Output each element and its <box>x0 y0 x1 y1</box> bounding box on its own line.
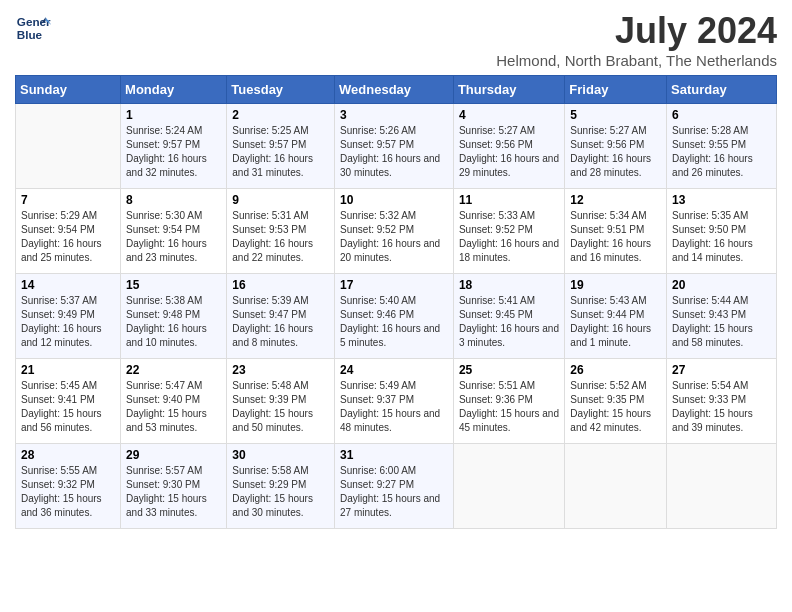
logo: General Blue <box>15 10 51 46</box>
day-number: 18 <box>459 278 559 292</box>
calendar-week-row: 7Sunrise: 5:29 AMSunset: 9:54 PMDaylight… <box>16 189 777 274</box>
calendar-cell: 31Sunrise: 6:00 AMSunset: 9:27 PMDayligh… <box>335 444 454 529</box>
day-number: 6 <box>672 108 771 122</box>
calendar-cell <box>16 104 121 189</box>
day-number: 8 <box>126 193 221 207</box>
day-info: Sunrise: 5:27 AMSunset: 9:56 PMDaylight:… <box>570 124 661 180</box>
day-info: Sunrise: 5:43 AMSunset: 9:44 PMDaylight:… <box>570 294 661 350</box>
calendar-cell: 5Sunrise: 5:27 AMSunset: 9:56 PMDaylight… <box>565 104 667 189</box>
day-info: Sunrise: 5:40 AMSunset: 9:46 PMDaylight:… <box>340 294 448 350</box>
day-number: 30 <box>232 448 329 462</box>
calendar-cell: 20Sunrise: 5:44 AMSunset: 9:43 PMDayligh… <box>667 274 777 359</box>
day-info: Sunrise: 5:49 AMSunset: 9:37 PMDaylight:… <box>340 379 448 435</box>
day-number: 3 <box>340 108 448 122</box>
title-area: July 2024 Helmond, North Brabant, The Ne… <box>496 10 777 69</box>
day-info: Sunrise: 5:24 AMSunset: 9:57 PMDaylight:… <box>126 124 221 180</box>
calendar-cell: 3Sunrise: 5:26 AMSunset: 9:57 PMDaylight… <box>335 104 454 189</box>
calendar-cell: 22Sunrise: 5:47 AMSunset: 9:40 PMDayligh… <box>121 359 227 444</box>
column-header-monday: Monday <box>121 76 227 104</box>
column-header-wednesday: Wednesday <box>335 76 454 104</box>
page-header: General Blue July 2024 Helmond, North Br… <box>15 10 777 69</box>
calendar-cell: 23Sunrise: 5:48 AMSunset: 9:39 PMDayligh… <box>227 359 335 444</box>
day-number: 29 <box>126 448 221 462</box>
day-number: 5 <box>570 108 661 122</box>
day-number: 26 <box>570 363 661 377</box>
column-header-thursday: Thursday <box>453 76 564 104</box>
calendar-cell: 27Sunrise: 5:54 AMSunset: 9:33 PMDayligh… <box>667 359 777 444</box>
calendar-cell: 30Sunrise: 5:58 AMSunset: 9:29 PMDayligh… <box>227 444 335 529</box>
day-info: Sunrise: 5:32 AMSunset: 9:52 PMDaylight:… <box>340 209 448 265</box>
calendar-cell: 18Sunrise: 5:41 AMSunset: 9:45 PMDayligh… <box>453 274 564 359</box>
day-number: 25 <box>459 363 559 377</box>
day-info: Sunrise: 5:51 AMSunset: 9:36 PMDaylight:… <box>459 379 559 435</box>
day-info: Sunrise: 5:25 AMSunset: 9:57 PMDaylight:… <box>232 124 329 180</box>
day-number: 21 <box>21 363 115 377</box>
calendar-cell <box>453 444 564 529</box>
calendar-table: SundayMondayTuesdayWednesdayThursdayFrid… <box>15 75 777 529</box>
day-info: Sunrise: 5:26 AMSunset: 9:57 PMDaylight:… <box>340 124 448 180</box>
day-number: 7 <box>21 193 115 207</box>
day-number: 28 <box>21 448 115 462</box>
svg-text:General: General <box>17 15 51 28</box>
day-info: Sunrise: 5:28 AMSunset: 9:55 PMDaylight:… <box>672 124 771 180</box>
day-info: Sunrise: 6:00 AMSunset: 9:27 PMDaylight:… <box>340 464 448 520</box>
day-number: 15 <box>126 278 221 292</box>
calendar-cell: 6Sunrise: 5:28 AMSunset: 9:55 PMDaylight… <box>667 104 777 189</box>
day-info: Sunrise: 5:54 AMSunset: 9:33 PMDaylight:… <box>672 379 771 435</box>
day-number: 24 <box>340 363 448 377</box>
column-header-tuesday: Tuesday <box>227 76 335 104</box>
calendar-week-row: 21Sunrise: 5:45 AMSunset: 9:41 PMDayligh… <box>16 359 777 444</box>
calendar-cell: 15Sunrise: 5:38 AMSunset: 9:48 PMDayligh… <box>121 274 227 359</box>
day-info: Sunrise: 5:38 AMSunset: 9:48 PMDaylight:… <box>126 294 221 350</box>
day-info: Sunrise: 5:52 AMSunset: 9:35 PMDaylight:… <box>570 379 661 435</box>
day-info: Sunrise: 5:37 AMSunset: 9:49 PMDaylight:… <box>21 294 115 350</box>
day-info: Sunrise: 5:44 AMSunset: 9:43 PMDaylight:… <box>672 294 771 350</box>
calendar-cell: 1Sunrise: 5:24 AMSunset: 9:57 PMDaylight… <box>121 104 227 189</box>
day-info: Sunrise: 5:45 AMSunset: 9:41 PMDaylight:… <box>21 379 115 435</box>
day-number: 22 <box>126 363 221 377</box>
calendar-cell: 24Sunrise: 5:49 AMSunset: 9:37 PMDayligh… <box>335 359 454 444</box>
calendar-cell <box>565 444 667 529</box>
calendar-cell: 19Sunrise: 5:43 AMSunset: 9:44 PMDayligh… <box>565 274 667 359</box>
day-info: Sunrise: 5:41 AMSunset: 9:45 PMDaylight:… <box>459 294 559 350</box>
logo-icon: General Blue <box>15 10 51 46</box>
svg-text:Blue: Blue <box>17 28 43 41</box>
day-number: 9 <box>232 193 329 207</box>
day-number: 27 <box>672 363 771 377</box>
day-info: Sunrise: 5:39 AMSunset: 9:47 PMDaylight:… <box>232 294 329 350</box>
day-number: 16 <box>232 278 329 292</box>
calendar-cell: 8Sunrise: 5:30 AMSunset: 9:54 PMDaylight… <box>121 189 227 274</box>
day-info: Sunrise: 5:27 AMSunset: 9:56 PMDaylight:… <box>459 124 559 180</box>
calendar-cell: 29Sunrise: 5:57 AMSunset: 9:30 PMDayligh… <box>121 444 227 529</box>
calendar-header-row: SundayMondayTuesdayWednesdayThursdayFrid… <box>16 76 777 104</box>
day-number: 12 <box>570 193 661 207</box>
day-number: 20 <box>672 278 771 292</box>
calendar-cell: 25Sunrise: 5:51 AMSunset: 9:36 PMDayligh… <box>453 359 564 444</box>
day-number: 23 <box>232 363 329 377</box>
day-info: Sunrise: 5:58 AMSunset: 9:29 PMDaylight:… <box>232 464 329 520</box>
day-info: Sunrise: 5:57 AMSunset: 9:30 PMDaylight:… <box>126 464 221 520</box>
calendar-cell: 28Sunrise: 5:55 AMSunset: 9:32 PMDayligh… <box>16 444 121 529</box>
calendar-cell: 2Sunrise: 5:25 AMSunset: 9:57 PMDaylight… <box>227 104 335 189</box>
column-header-friday: Friday <box>565 76 667 104</box>
calendar-cell: 26Sunrise: 5:52 AMSunset: 9:35 PMDayligh… <box>565 359 667 444</box>
calendar-cell: 9Sunrise: 5:31 AMSunset: 9:53 PMDaylight… <box>227 189 335 274</box>
month-year-title: July 2024 <box>496 10 777 52</box>
day-number: 19 <box>570 278 661 292</box>
day-number: 4 <box>459 108 559 122</box>
day-number: 13 <box>672 193 771 207</box>
calendar-cell: 21Sunrise: 5:45 AMSunset: 9:41 PMDayligh… <box>16 359 121 444</box>
calendar-cell: 17Sunrise: 5:40 AMSunset: 9:46 PMDayligh… <box>335 274 454 359</box>
day-number: 10 <box>340 193 448 207</box>
calendar-week-row: 28Sunrise: 5:55 AMSunset: 9:32 PMDayligh… <box>16 444 777 529</box>
day-info: Sunrise: 5:30 AMSunset: 9:54 PMDaylight:… <box>126 209 221 265</box>
day-number: 31 <box>340 448 448 462</box>
day-info: Sunrise: 5:48 AMSunset: 9:39 PMDaylight:… <box>232 379 329 435</box>
day-info: Sunrise: 5:55 AMSunset: 9:32 PMDaylight:… <box>21 464 115 520</box>
calendar-cell: 11Sunrise: 5:33 AMSunset: 9:52 PMDayligh… <box>453 189 564 274</box>
day-info: Sunrise: 5:34 AMSunset: 9:51 PMDaylight:… <box>570 209 661 265</box>
day-info: Sunrise: 5:29 AMSunset: 9:54 PMDaylight:… <box>21 209 115 265</box>
day-number: 11 <box>459 193 559 207</box>
location-subtitle: Helmond, North Brabant, The Netherlands <box>496 52 777 69</box>
calendar-week-row: 14Sunrise: 5:37 AMSunset: 9:49 PMDayligh… <box>16 274 777 359</box>
